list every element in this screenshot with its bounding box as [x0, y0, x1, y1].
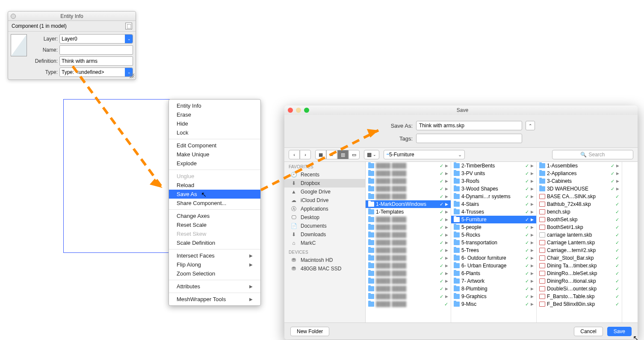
layer-select[interactable]: Layer0⌄ — [59, 34, 133, 44]
menu-item-erase[interactable]: Erase — [169, 110, 260, 119]
list-item[interactable]: 5-Trees✓▶ — [451, 246, 536, 254]
sidebar-item-applications[interactable]: ⒶApplications — [284, 205, 365, 213]
menu-item-change-axes[interactable]: Change Axes — [169, 211, 260, 220]
location-dropdown[interactable]: 5-Furniture — [384, 150, 465, 159]
tags-input[interactable] — [416, 134, 522, 143]
menu-item-reset-scale[interactable]: Reset Scale — [169, 220, 260, 229]
save-dialog-titlebar[interactable]: Save — [284, 106, 638, 115]
list-item[interactable]: ████ ████✓▶ — [366, 177, 451, 185]
menu-item-edit-component[interactable]: Edit Component — [169, 141, 260, 150]
name-input[interactable] — [59, 45, 133, 55]
list-item[interactable]: 5-Rocks✓▶ — [451, 231, 536, 239]
menu-item-reload[interactable]: Reload — [169, 181, 260, 190]
list-item[interactable]: ████ ████✓▶ — [366, 162, 451, 170]
list-item[interactable]: ████ ████✓▶ — [366, 216, 451, 223]
menu-item-entity-info[interactable]: Entity Info — [169, 101, 260, 110]
group-by-button[interactable]: ▦ ⌄ — [364, 150, 379, 159]
list-item[interactable]: 6-Plants✓▶ — [451, 270, 536, 277]
list-item[interactable]: ████ ████✓▶ — [366, 262, 451, 270]
column-2[interactable]: 2-TimberBents✓▶3-PV units✓▶3-Roofs✓▶3-Wo… — [451, 162, 537, 322]
list-item[interactable]: ████ ████✓▶ — [366, 270, 451, 277]
menu-item-explode[interactable]: Explode — [169, 159, 260, 168]
list-item[interactable]: 5-transportation✓▶ — [451, 239, 536, 246]
list-item[interactable]: 1-Assemblies✓▶ — [537, 162, 622, 170]
definition-input[interactable]: Think with arms — [59, 56, 133, 66]
list-item[interactable]: ████ ████✓▶ — [366, 223, 451, 231]
column-1[interactable]: ████ ████✓▶████ ████✓▶████ ████✓▶████ ██… — [366, 162, 451, 322]
sidebar-item-recents[interactable]: 🕘Recents — [284, 170, 365, 179]
list-item[interactable]: 6- Outdoor furniture✓▶ — [451, 254, 536, 262]
list-item[interactable]: 1-MarkDoorsWindows✓▶ — [366, 200, 451, 208]
list-item[interactable]: ████ ████✓▶ — [366, 170, 451, 177]
list-item[interactable]: ████ ████✓▶ — [366, 246, 451, 254]
view-mode-segmented[interactable]: ▦ ≡ ▥ ▭ — [315, 150, 360, 159]
menu-item-intersect-faces[interactable]: Intersect Faces▶ — [169, 251, 260, 260]
list-item[interactable]: 3-Cabinets✓▶ — [537, 177, 622, 185]
list-item[interactable]: 1-Templates✓▶ — [366, 208, 451, 216]
list-item[interactable]: ████ ████✓▶ — [366, 193, 451, 200]
list-item[interactable]: ████ ████✓▶ — [366, 231, 451, 239]
column-3[interactable]: 1-Assemblies✓▶2-Appliances✓▶3-Cabinets✓▶… — [537, 162, 622, 322]
list-item[interactable]: bench.skp✓ — [537, 208, 622, 216]
list-item[interactable]: BoothSet.skp✓ — [537, 216, 622, 223]
list-item[interactable]: 9-Misc✓▶ — [451, 300, 536, 308]
sidebar-item-google-drive[interactable]: ▲Google Drive — [284, 188, 365, 196]
save-button[interactable]: Save — [607, 327, 632, 336]
entity-info-titlebar[interactable]: Entity Info — [8, 12, 136, 21]
gallery-view-icon[interactable]: ▭ — [349, 150, 360, 159]
list-item[interactable]: ████ ████✓▶ — [366, 277, 451, 285]
menu-item-hide[interactable]: Hide — [169, 119, 260, 128]
list-item[interactable]: 3-Wood Shapes✓▶ — [451, 185, 536, 193]
list-item[interactable]: 6- Urban Entourage✓▶ — [451, 262, 536, 270]
new-folder-button[interactable]: New Folder — [290, 327, 329, 336]
collapse-icon[interactable]: ⌃ — [526, 121, 535, 130]
menu-item-lock[interactable]: Lock — [169, 128, 260, 137]
save-as-input[interactable]: Think with arms.skp — [416, 121, 522, 130]
list-item[interactable]: 3-Roofs✓▶ — [451, 177, 536, 185]
list-item[interactable]: F_Barsto…Table.skp✓ — [537, 293, 622, 300]
expand-icon[interactable]: ⬚ — [125, 23, 132, 29]
sidebar-item-480gb-mac-ssd[interactable]: ⛃480GB MAC SSD — [284, 264, 365, 273]
sidebar-item-downloads[interactable]: ⬇Downloads — [284, 230, 365, 239]
list-item[interactable]: DoubleSi…ounter.skp✓ — [537, 285, 622, 293]
sidebar-item-macintosh-hd[interactable]: ⛃Macintosh HD — [284, 256, 365, 264]
list-item[interactable]: 7- Artwork✓▶ — [451, 277, 536, 285]
list-item[interactable]: 2-TimberBents✓▶ — [451, 162, 536, 170]
menu-item-zoom-selection[interactable]: Zoom Selection — [169, 269, 260, 278]
list-item[interactable]: Carriage Lantern.skp✓ — [537, 239, 622, 246]
list-item[interactable]: Bathtub_72x48.skp✓ — [537, 200, 622, 208]
column-view-icon[interactable]: ▥ — [337, 150, 349, 159]
list-item[interactable]: 4-Trusses✓▶ — [451, 208, 536, 216]
menu-item-make-unique[interactable]: Make Unique — [169, 150, 260, 159]
menu-item-scale-definition[interactable]: Scale Definition — [169, 238, 260, 247]
list-item[interactable]: ████ ████✓▶ — [366, 185, 451, 193]
sidebar-item-documents[interactable]: 📄Documents — [284, 222, 365, 230]
list-item[interactable]: 3-PV units✓▶ — [451, 170, 536, 177]
menu-item-save-as[interactable]: Save As — [169, 190, 260, 199]
forward-button[interactable]: › — [300, 150, 311, 159]
sidebar-item-markc[interactable]: ⌂MarkC — [284, 239, 365, 247]
list-item[interactable]: 3D WAREHOUSE✓▶ — [537, 185, 622, 193]
sidebar-item-desktop[interactable]: 🖵Desktop — [284, 213, 365, 222]
list-item[interactable]: ████ ████✓▶ — [366, 285, 451, 293]
cancel-button[interactable]: Cancel — [574, 327, 603, 336]
list-item[interactable]: F_Bed 58inx80in.skp✓ — [537, 300, 622, 308]
list-item[interactable]: ████ ████✓▶ — [366, 239, 451, 246]
list-item[interactable]: Chair_Stool_Bar.skp✓ — [537, 254, 622, 262]
list-item[interactable]: 4-Stairs✓▶ — [451, 200, 536, 208]
list-item[interactable]: BoothSet#1.skp✓ — [537, 223, 622, 231]
list-item[interactable]: 5-people✓▶ — [451, 223, 536, 231]
list-item[interactable]: 2-Appliances✓▶ — [537, 170, 622, 177]
nav-back-forward[interactable]: ‹ › — [289, 150, 311, 159]
list-item[interactable]: ████ ████✓▶ — [366, 254, 451, 262]
icon-view-icon[interactable]: ▦ — [315, 150, 326, 159]
list-item[interactable]: 9-Graphics✓▶ — [451, 293, 536, 300]
menu-item-attributes[interactable]: Attributes▶ — [169, 282, 260, 291]
search-input[interactable]: 🔍 Search — [552, 150, 633, 159]
list-item[interactable]: 8-Plumbing✓▶ — [451, 285, 536, 293]
list-item[interactable]: Dining Ta…timber.skp✓ — [537, 262, 622, 270]
list-item[interactable]: BASE CA…SINK.skp✓ — [537, 193, 622, 200]
back-button[interactable]: ‹ — [289, 150, 300, 159]
sidebar-item-icloud-drive[interactable]: ☁iCloud Drive — [284, 196, 365, 205]
list-item[interactable]: ████ ████✓▶ — [366, 293, 451, 300]
